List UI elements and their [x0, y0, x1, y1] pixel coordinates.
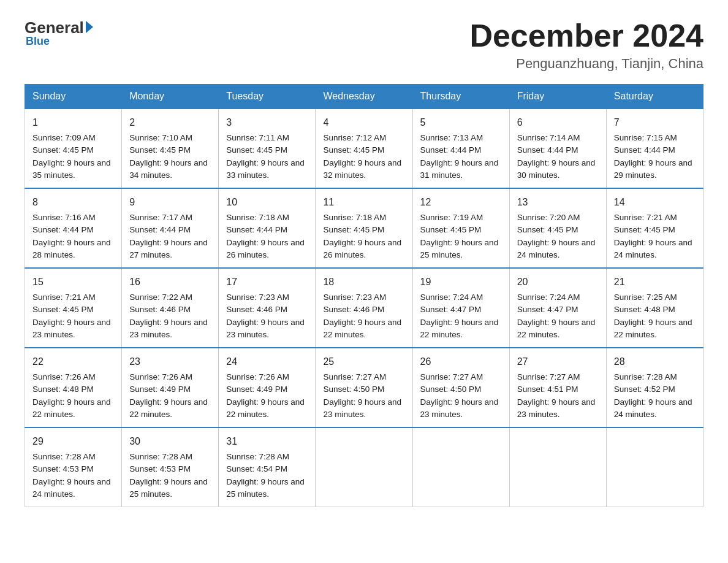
calendar-cell: 22Sunrise: 7:26 AMSunset: 4:48 PMDayligh… — [25, 348, 122, 427]
calendar-cell: 11Sunrise: 7:18 AMSunset: 4:45 PMDayligh… — [316, 188, 412, 268]
sunrise-info: Sunrise: 7:18 AM — [323, 212, 404, 224]
calendar-cell: 10Sunrise: 7:18 AMSunset: 4:44 PMDayligh… — [219, 188, 316, 268]
day-number: 22 — [32, 354, 114, 369]
daylight-info: Daylight: 9 hours and 32 minutes. — [323, 157, 404, 182]
day-number: 17 — [226, 275, 308, 289]
logo-area: General Blue — [25, 18, 93, 48]
calendar-cell: 2Sunrise: 7:10 AMSunset: 4:45 PMDaylight… — [122, 109, 219, 188]
day-number: 2 — [129, 115, 211, 130]
sunset-info: Sunset: 4:44 PM — [32, 224, 114, 236]
day-number: 5 — [420, 115, 502, 130]
day-number: 12 — [420, 195, 502, 210]
daylight-info: Daylight: 9 hours and 26 minutes. — [323, 237, 404, 262]
sunrise-info: Sunrise: 7:27 AM — [323, 371, 404, 383]
daylight-info: Daylight: 9 hours and 29 minutes. — [614, 157, 696, 182]
day-number: 24 — [226, 354, 308, 369]
day-number: 13 — [517, 195, 599, 210]
header-sunday: Sunday — [25, 85, 122, 109]
sunrise-info: Sunrise: 7:10 AM — [129, 132, 211, 144]
sunset-info: Sunset: 4:45 PM — [517, 224, 599, 236]
daylight-info: Daylight: 9 hours and 22 minutes. — [517, 316, 599, 342]
sunrise-info: Sunrise: 7:09 AM — [32, 132, 114, 144]
sunset-info: Sunset: 4:45 PM — [226, 144, 308, 156]
day-number: 29 — [32, 434, 114, 449]
sunset-info: Sunset: 4:52 PM — [614, 383, 696, 396]
daylight-info: Daylight: 9 hours and 26 minutes. — [226, 237, 308, 262]
month-title: December 2024 — [469, 18, 703, 53]
sunrise-info: Sunrise: 7:14 AM — [517, 132, 599, 144]
daylight-info: Daylight: 9 hours and 25 minutes. — [129, 476, 211, 501]
sunrise-info: Sunrise: 7:21 AM — [32, 291, 114, 304]
sunrise-info: Sunrise: 7:22 AM — [129, 291, 211, 304]
sunrise-info: Sunrise: 7:28 AM — [614, 371, 696, 383]
sunset-info: Sunset: 4:44 PM — [129, 224, 211, 236]
sunset-info: Sunset: 4:50 PM — [323, 383, 404, 396]
daylight-info: Daylight: 9 hours and 22 minutes. — [32, 396, 114, 421]
calendar-cell: 30Sunrise: 7:28 AMSunset: 4:53 PMDayligh… — [122, 427, 219, 507]
sunset-info: Sunset: 4:46 PM — [323, 304, 404, 316]
sunset-info: Sunset: 4:46 PM — [226, 304, 308, 316]
week-row-3: 15Sunrise: 7:21 AMSunset: 4:45 PMDayligh… — [25, 268, 703, 348]
sunrise-info: Sunrise: 7:26 AM — [129, 371, 211, 383]
day-number: 18 — [323, 275, 404, 289]
calendar-cell: 13Sunrise: 7:20 AMSunset: 4:45 PMDayligh… — [509, 188, 606, 268]
sunset-info: Sunset: 4:47 PM — [517, 304, 599, 316]
calendar-cell — [412, 427, 509, 507]
day-number: 10 — [226, 195, 308, 210]
sunrise-info: Sunrise: 7:28 AM — [226, 451, 308, 463]
sunrise-info: Sunrise: 7:25 AM — [614, 291, 696, 304]
daylight-info: Daylight: 9 hours and 22 minutes. — [226, 396, 308, 421]
daylight-info: Daylight: 9 hours and 22 minutes. — [129, 396, 211, 421]
sunset-info: Sunset: 4:51 PM — [517, 383, 599, 396]
day-number: 19 — [420, 275, 502, 289]
daylight-info: Daylight: 9 hours and 23 minutes. — [129, 316, 211, 342]
calendar-table: SundayMondayTuesdayWednesdayThursdayFrid… — [25, 84, 703, 507]
calendar-cell: 16Sunrise: 7:22 AMSunset: 4:46 PMDayligh… — [122, 268, 219, 348]
calendar-cell: 1Sunrise: 7:09 AMSunset: 4:45 PMDaylight… — [25, 109, 122, 188]
daylight-info: Daylight: 9 hours and 30 minutes. — [517, 157, 599, 182]
daylight-info: Daylight: 9 hours and 27 minutes. — [129, 237, 211, 262]
header-thursday: Thursday — [412, 85, 509, 109]
sunset-info: Sunset: 4:46 PM — [129, 304, 211, 316]
day-number: 23 — [129, 354, 211, 369]
sunrise-info: Sunrise: 7:17 AM — [129, 212, 211, 224]
day-number: 28 — [614, 354, 696, 369]
week-row-1: 1Sunrise: 7:09 AMSunset: 4:45 PMDaylight… — [25, 109, 703, 188]
calendar-cell: 27Sunrise: 7:27 AMSunset: 4:51 PMDayligh… — [509, 348, 606, 427]
calendar-cell: 9Sunrise: 7:17 AMSunset: 4:44 PMDaylight… — [122, 188, 219, 268]
header-saturday: Saturday — [606, 85, 703, 109]
logo-blue-text: Blue — [26, 35, 50, 48]
sunset-info: Sunset: 4:48 PM — [32, 383, 114, 396]
daylight-info: Daylight: 9 hours and 22 minutes. — [614, 316, 696, 342]
daylight-info: Daylight: 9 hours and 28 minutes. — [32, 237, 114, 262]
day-number: 9 — [129, 195, 211, 210]
calendar-cell: 24Sunrise: 7:26 AMSunset: 4:49 PMDayligh… — [219, 348, 316, 427]
calendar-cell: 31Sunrise: 7:28 AMSunset: 4:54 PMDayligh… — [219, 427, 316, 507]
daylight-info: Daylight: 9 hours and 23 minutes. — [226, 316, 308, 342]
day-number: 3 — [226, 115, 308, 130]
sunset-info: Sunset: 4:44 PM — [614, 144, 696, 156]
day-number: 1 — [32, 115, 114, 130]
calendar-cell — [509, 427, 606, 507]
day-number: 11 — [323, 195, 404, 210]
calendar-cell: 19Sunrise: 7:24 AMSunset: 4:47 PMDayligh… — [412, 268, 509, 348]
sunrise-info: Sunrise: 7:15 AM — [614, 132, 696, 144]
sunset-info: Sunset: 4:53 PM — [129, 463, 211, 475]
sunset-info: Sunset: 4:53 PM — [32, 463, 114, 475]
calendar-cell: 7Sunrise: 7:15 AMSunset: 4:44 PMDaylight… — [606, 109, 703, 188]
calendar-cell: 4Sunrise: 7:12 AMSunset: 4:45 PMDaylight… — [316, 109, 412, 188]
sunrise-info: Sunrise: 7:27 AM — [420, 371, 502, 383]
calendar-cell: 3Sunrise: 7:11 AMSunset: 4:45 PMDaylight… — [219, 109, 316, 188]
daylight-info: Daylight: 9 hours and 22 minutes. — [420, 316, 502, 342]
week-row-2: 8Sunrise: 7:16 AMSunset: 4:44 PMDaylight… — [25, 188, 703, 268]
sunrise-info: Sunrise: 7:23 AM — [226, 291, 308, 304]
week-row-5: 29Sunrise: 7:28 AMSunset: 4:53 PMDayligh… — [25, 427, 703, 507]
sunset-info: Sunset: 4:50 PM — [420, 383, 502, 396]
calendar-cell: 20Sunrise: 7:24 AMSunset: 4:47 PMDayligh… — [509, 268, 606, 348]
header-monday: Monday — [122, 85, 219, 109]
sunrise-info: Sunrise: 7:13 AM — [420, 132, 502, 144]
sunrise-info: Sunrise: 7:24 AM — [517, 291, 599, 304]
calendar-cell: 17Sunrise: 7:23 AMSunset: 4:46 PMDayligh… — [219, 268, 316, 348]
sunset-info: Sunset: 4:44 PM — [226, 224, 308, 236]
daylight-info: Daylight: 9 hours and 25 minutes. — [420, 237, 502, 262]
